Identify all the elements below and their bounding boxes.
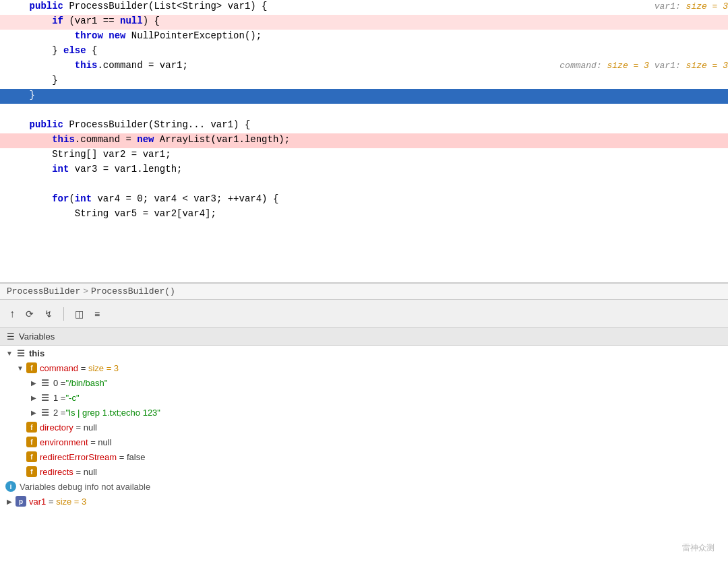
toolbar-refresh-button[interactable]: ⟳ [23, 307, 36, 321]
field-icon: f [26, 437, 37, 447]
variables-bottom-panel: ☰ Variables ☰ this f command = size = 3 … [0, 328, 728, 569]
toolbar-table-button[interactable]: ◫ [72, 307, 86, 321]
expand-arrow[interactable] [30, 393, 38, 402]
expand-arrow[interactable] [30, 408, 38, 416]
list-item[interactable]: ☰ 2 = "ls | grep 1.txt;echo 123" [0, 405, 728, 420]
code-line: } else { [0, 44, 728, 59]
code-editor: public ProcessBuilder(List<String> var1)… [0, 0, 728, 283]
toolbar-separator [63, 307, 64, 321]
code-line: this.command = var1; command: size = 3 v… [0, 59, 728, 74]
breadcrumb-part2: ProcessBuilder() [91, 286, 175, 296]
code-line: this.command = new ArrayList(var1.length… [0, 133, 728, 148]
list-item[interactable]: ☰ this [0, 346, 728, 360]
info-row: i Variables debug info not available [0, 479, 728, 494]
item-icon: ☰ [40, 407, 51, 418]
code-line: public ProcessBuilder(List<String> var1)… [0, 0, 728, 15]
watermark: 雷神众测 [682, 542, 715, 554]
info-icon: i [5, 481, 16, 492]
code-line [0, 104, 728, 119]
code-line: int var3 = var1.length; [0, 163, 728, 178]
breadcrumb: ProcessBuilder > ProcessBuilder() [0, 283, 728, 300]
code-line: public ProcessBuilder(String... var1) { [0, 119, 728, 133]
variables-title: Variables [19, 331, 55, 342]
code-line: if (var1 == null) { [0, 15, 728, 30]
field-icon: f [26, 422, 37, 433]
list-item[interactable]: f command = size = 3 [0, 360, 728, 375]
variables-header: ☰ Variables [0, 328, 728, 346]
expand-arrow[interactable] [5, 349, 13, 357]
toolbar-step-button[interactable]: ↯ [42, 307, 55, 321]
toolbar: ↑ ⟳ ↯ ◫ ≡ [0, 300, 728, 328]
list-item[interactable]: ☰ 0 = "/bin/bash" [0, 375, 728, 390]
field-icon: f [26, 466, 37, 477]
toolbar-list-button[interactable]: ≡ [92, 307, 102, 321]
variables-icon: ☰ [7, 331, 15, 342]
code-line: String var5 = var2[var4]; [0, 208, 728, 222]
field-icon: f [26, 362, 37, 373]
toolbar-up-button[interactable]: ↑ [7, 307, 18, 321]
code-line [0, 178, 728, 193]
info-message: Variables debug info not available [20, 482, 150, 492]
list-item[interactable]: ☰ 1 = "-c" [0, 390, 728, 405]
code-line: } [0, 74, 728, 89]
field-icon: f [26, 451, 37, 462]
list-item[interactable]: f environment = null [0, 435, 728, 449]
breadcrumb-separator: > [83, 286, 88, 296]
object-icon: ☰ [16, 348, 26, 358]
expand-arrow[interactable] [16, 364, 24, 372]
code-line: } [0, 89, 728, 104]
list-item[interactable]: p var1 = size = 3 [0, 494, 728, 509]
code-line: throw new NullPointerException(); [0, 30, 728, 44]
expand-arrow[interactable] [5, 497, 13, 505]
item-icon: ☰ [40, 392, 51, 403]
list-item[interactable]: f redirectErrorStream = false [0, 449, 728, 464]
list-item[interactable]: f directory = null [0, 420, 728, 435]
breadcrumb-part1: ProcessBuilder [7, 286, 80, 296]
expand-arrow[interactable] [30, 379, 38, 387]
list-item[interactable]: f redirects = null [0, 464, 728, 479]
code-line: for(int var4 = 0; var4 < var3; ++var4) { [0, 193, 728, 208]
param-icon: p [16, 496, 26, 507]
variables-panel: ☰ this f command = size = 3 ☰ 0 = "/bin/… [0, 346, 728, 569]
code-line: String[] var2 = var1; [0, 148, 728, 163]
item-icon: ☰ [40, 377, 51, 388]
